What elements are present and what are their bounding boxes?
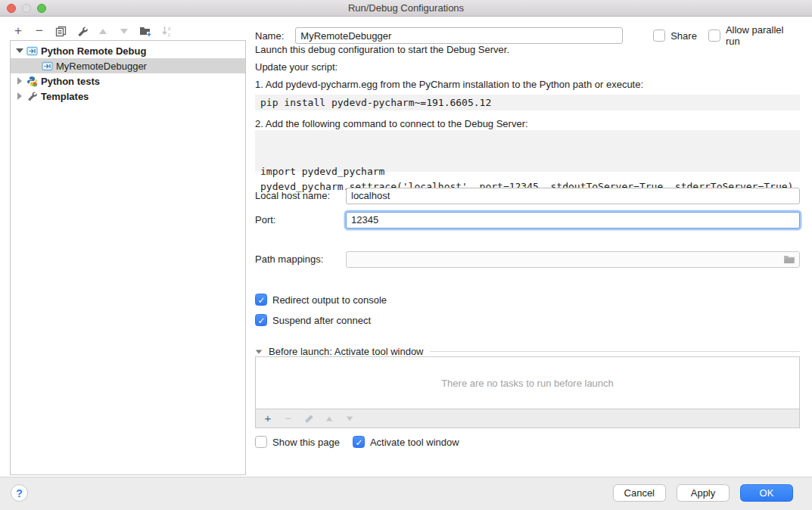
activate-tool-window-checkbox[interactable] (353, 436, 365, 448)
configurations-tree: Python Remote Debug MyRemoteDebugger Pyt… (10, 40, 246, 475)
before-launch-label: Before launch: Activate tool window (269, 346, 424, 357)
add-task-icon[interactable]: + (263, 413, 273, 424)
tree-item-python-remote-debug[interactable]: Python Remote Debug (11, 43, 245, 58)
intro-text: Launch this debug configuration to start… (255, 44, 800, 55)
remote-debug-config-icon (26, 45, 38, 56)
local-host-row: Local host name: (255, 190, 800, 201)
tree-item-templates[interactable]: Templates (11, 89, 245, 104)
port-input[interactable] (346, 212, 800, 229)
move-task-up-icon[interactable] (324, 413, 334, 424)
svg-text:z: z (167, 32, 170, 38)
show-this-page-label: Show this page (272, 437, 340, 448)
suspend-label: Suspend after connect (272, 315, 371, 326)
question-mark-icon: ? (16, 487, 23, 499)
section-divider (430, 351, 800, 352)
move-down-icon[interactable] (118, 25, 130, 37)
tree-item-myremotedebugger[interactable]: MyRemoteDebugger (11, 58, 245, 73)
path-mappings-label: Path mappings: (255, 253, 323, 265)
name-input[interactable] (295, 27, 623, 44)
share-checkbox[interactable] (653, 30, 665, 42)
pip-install-code: pip install pydevd-pycharm~=191.6605.12 (255, 95, 800, 110)
ok-button[interactable]: OK (740, 484, 793, 502)
step1-text: 1. Add pydevd-pycharm.egg from the PyCha… (255, 79, 800, 90)
window-title: Run/Debug Configurations (348, 2, 464, 14)
path-mappings-field[interactable] (346, 251, 800, 268)
help-button[interactable]: ? (11, 484, 28, 502)
folder-icon[interactable] (783, 255, 795, 264)
update-script-text: Update your script: (255, 61, 800, 73)
suspend-checkbox[interactable] (255, 314, 267, 326)
apply-button[interactable]: Apply (677, 484, 730, 502)
run-debug-configurations-dialog: Run/Debug Configurations + − az Python R… (0, 0, 812, 510)
allow-parallel-run-checkbox[interactable] (708, 30, 720, 42)
path-mappings-row: Path mappings: (255, 253, 800, 265)
remote-debug-config-icon (41, 61, 53, 71)
new-folder-icon[interactable] (139, 25, 151, 37)
no-tasks-text: There are no tasks to run before launch (441, 378, 614, 389)
title-bar: Run/Debug Configurations (0, 0, 812, 17)
remove-task-icon[interactable]: − (283, 413, 294, 424)
tree-item-label: Python Remote Debug (41, 45, 146, 57)
share-checkbox-group[interactable]: Share (653, 30, 697, 42)
close-window-button[interactable] (7, 4, 16, 13)
cancel-button[interactable]: Cancel (613, 484, 666, 502)
zoom-window-button[interactable] (37, 4, 46, 13)
tree-item-label: Templates (41, 91, 89, 102)
step2-text: 2. Add the following command to connect … (255, 118, 800, 129)
wrench-icon (26, 91, 38, 101)
move-up-icon[interactable] (97, 25, 109, 37)
edit-task-icon[interactable] (303, 413, 314, 424)
page-options-row: Show this page Activate tool window (255, 436, 800, 448)
port-label: Port: (255, 214, 275, 225)
svg-text:a: a (167, 26, 170, 32)
configurations-toolbar: + − az (12, 23, 173, 39)
redirect-output-label: Redirect output to console (272, 294, 387, 306)
chevron-right-icon[interactable] (16, 77, 23, 85)
edit-icon[interactable] (76, 25, 88, 37)
share-label: Share (670, 30, 697, 42)
tree-item-python-tests[interactable]: Python tests (11, 73, 245, 89)
local-host-input[interactable] (346, 188, 800, 204)
before-launch-header[interactable]: Before launch: Activate tool window (255, 346, 800, 357)
python-tests-icon (26, 76, 38, 86)
collapse-icon[interactable] (256, 350, 263, 353)
port-row: Port: (255, 214, 800, 225)
redirect-output-row[interactable]: Redirect output to console (255, 294, 800, 306)
remove-icon[interactable]: − (33, 25, 45, 37)
tree-item-label: MyRemoteDebugger (56, 61, 147, 72)
local-host-label: Local host name: (255, 190, 330, 201)
sort-alphabetically-icon[interactable]: az (160, 25, 173, 37)
configuration-form: Name: Share Allow parallel run Launch th… (255, 17, 800, 477)
activate-tool-window-label: Activate tool window (370, 437, 459, 448)
redirect-output-checkbox[interactable] (255, 294, 267, 306)
name-label: Name: (255, 30, 284, 42)
minimize-window-button[interactable] (22, 4, 31, 13)
suspend-row[interactable]: Suspend after connect (255, 314, 800, 326)
task-list-toolbar: + − (255, 409, 800, 428)
chevron-right-icon[interactable] (16, 92, 23, 100)
copy-icon[interactable] (54, 25, 67, 37)
before-launch-task-list[interactable]: There are no tasks to run before launch (255, 356, 800, 409)
show-this-page-checkbox[interactable] (255, 436, 267, 448)
tree-item-label: Python tests (41, 76, 100, 87)
move-task-down-icon[interactable] (344, 413, 355, 424)
settrace-code: import pydevd_pycharmpydevd_pycharm.sett… (255, 130, 800, 172)
chevron-down-icon[interactable] (16, 48, 23, 53)
dialog-footer: ? Cancel Apply OK (0, 477, 812, 510)
add-icon[interactable]: + (12, 25, 24, 37)
